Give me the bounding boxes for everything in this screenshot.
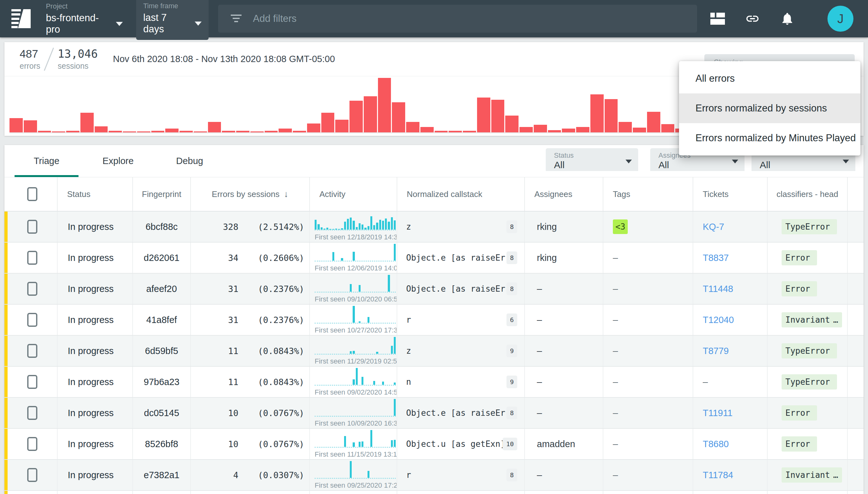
error-percent: (0.0767%) xyxy=(250,439,304,449)
tag-chip: – xyxy=(613,439,618,449)
assignees-cell: – xyxy=(525,398,603,428)
header-tickets[interactable]: Tickets xyxy=(693,177,768,211)
header-assignees[interactable]: Assignees xyxy=(525,177,603,211)
table-row[interactable]: In progress dc05145 10 (0.0767%) First s… xyxy=(4,398,864,429)
assignees-cell: rking xyxy=(525,211,603,242)
classifier-chip: Error xyxy=(782,436,817,452)
tickets-cell: T8837 xyxy=(693,243,768,273)
topbar-actions: J xyxy=(710,6,868,32)
row-checkbox[interactable] xyxy=(27,437,37,451)
row-checkbox[interactable] xyxy=(27,313,37,327)
dashboard-layout-icon[interactable] xyxy=(710,12,725,26)
table-row[interactable]: In progress 6bcf88c 328 (2.5142%) First … xyxy=(4,211,864,243)
app-logo-icon[interactable] xyxy=(12,8,31,29)
errors-by-sessions-cell: 31 (0.2376%) xyxy=(191,305,310,335)
tickets-cell: T11448 xyxy=(693,273,768,304)
showing-menu-item[interactable]: All errors xyxy=(679,64,861,93)
header-select-all[interactable] xyxy=(7,177,58,211)
fingerprint-cell[interactable]: dc05145 xyxy=(133,398,191,428)
chart-bar xyxy=(463,131,476,132)
fingerprint-cell[interactable]: e7382a1 xyxy=(133,460,191,490)
assignees-cell: – xyxy=(525,367,603,397)
chart-bar xyxy=(52,131,65,132)
tags-cell: – xyxy=(603,460,693,490)
row-checkbox[interactable] xyxy=(27,468,37,482)
activity-sparkline xyxy=(315,274,396,292)
fingerprint-cell[interactable]: 6d59bf5 xyxy=(133,336,191,366)
link-icon[interactable] xyxy=(745,12,760,26)
header-normalized-callstack[interactable]: Normalized callstack xyxy=(397,177,525,211)
status-filter-select[interactable]: Status All xyxy=(546,148,638,171)
ticket-link[interactable]: T12040 xyxy=(703,315,734,325)
tickets-cell: T12040 xyxy=(693,305,768,335)
fingerprint-cell[interactable]: 97b6a23 xyxy=(133,367,191,397)
assignees-cell: – xyxy=(525,460,603,490)
ticket-link[interactable]: – xyxy=(703,377,708,387)
header-classifiers[interactable]: classifiers - head xyxy=(768,177,848,211)
header-tags[interactable]: Tags xyxy=(603,177,693,211)
ticket-link[interactable]: T11448 xyxy=(703,284,733,294)
fingerprint-cell[interactable]: 6bcf88c xyxy=(133,211,191,242)
table-row[interactable]: In progress 41a8fef 31 (0.2376%) First s… xyxy=(4,305,864,336)
ticket-link[interactable]: T11911 xyxy=(703,408,732,418)
first-seen-label: First seen 11/29/2019 02:51 xyxy=(315,357,397,365)
table-row[interactable] xyxy=(4,491,864,494)
select-all-checkbox[interactable] xyxy=(27,187,37,201)
frames-badge: 9 xyxy=(507,344,517,357)
header-status[interactable]: Status xyxy=(58,177,133,211)
table-row[interactable]: In progress e7382a1 4 (0.0307%) First se… xyxy=(4,460,864,491)
classifiers-cell: Invariant … xyxy=(768,460,848,490)
tab-triage[interactable]: Triage xyxy=(11,145,82,177)
activity-sparkline xyxy=(315,460,396,479)
callstack-text: r xyxy=(406,470,411,480)
errors-by-sessions-cell: 34 (0.2606%) xyxy=(191,243,310,273)
fingerprint-cell[interactable]: afeef20 xyxy=(133,273,191,304)
error-count: 4 xyxy=(233,470,238,480)
add-filters-input[interactable]: Add filters xyxy=(218,5,697,33)
ticket-link[interactable]: T11784 xyxy=(703,470,733,480)
chart-bar xyxy=(165,129,179,132)
showing-menu-item[interactable]: Errors normalized by sessions xyxy=(679,93,861,123)
activity-sparkline xyxy=(315,243,396,262)
header-fingerprint[interactable]: Fingerprint xyxy=(133,177,191,211)
tags-cell: – xyxy=(603,336,693,366)
row-checkbox[interactable] xyxy=(27,406,37,420)
table-row[interactable]: In progress afeef20 31 (0.2376%) First s… xyxy=(4,273,864,305)
error-percent: (0.0307%) xyxy=(250,470,304,480)
fingerprint-cell[interactable] xyxy=(133,491,191,494)
classifier-chip: TypeError xyxy=(782,374,837,390)
row-checkbox[interactable] xyxy=(27,375,37,389)
timeframe-selector[interactable]: Time frame last 7 days xyxy=(136,0,209,40)
activity-cell: First seen 11/15/2019 13:18 xyxy=(310,429,397,459)
fingerprint-cell[interactable]: 41a8fef xyxy=(133,305,191,335)
showing-menu-item[interactable]: Errors normalized by Minutes Played xyxy=(679,123,861,153)
header-errors-by-sessions[interactable]: Errors by sessions ↓ xyxy=(191,177,310,211)
bell-icon[interactable] xyxy=(780,12,794,26)
ticket-link[interactable]: KQ-7 xyxy=(703,222,724,232)
tickets-cell xyxy=(693,491,768,494)
error-percent: (0.2376%) xyxy=(250,315,304,325)
tab-debug[interactable]: Debug xyxy=(154,145,225,177)
chart-bar xyxy=(194,131,207,132)
ticket-link[interactable]: T8680 xyxy=(703,439,729,449)
table-row[interactable]: In progress 8526bf8 10 (0.0767%) First s… xyxy=(4,429,864,460)
table-row[interactable]: In progress 6d59bf5 11 (0.0843%) First s… xyxy=(4,336,864,367)
fingerprint-cell[interactable]: d262061 xyxy=(133,243,191,273)
row-checkbox[interactable] xyxy=(27,344,37,358)
project-selector[interactable]: Project bs-frontend-pro xyxy=(46,2,123,35)
chart-bar xyxy=(137,131,150,132)
table-row[interactable]: In progress 97b6a23 11 (0.0843%) First s… xyxy=(4,367,864,398)
ticket-link[interactable]: T8837 xyxy=(703,253,729,263)
table-row[interactable]: In progress d262061 34 (0.2606%) First s… xyxy=(4,243,864,273)
header-activity[interactable]: Activity xyxy=(310,177,397,211)
status-cell xyxy=(58,491,133,494)
row-checkbox[interactable] xyxy=(27,282,37,296)
first-seen-label: First seen 10/27/2020 17:34 xyxy=(315,326,397,335)
fingerprint-cell[interactable]: 8526bf8 xyxy=(133,429,191,459)
ticket-link[interactable]: T8779 xyxy=(703,346,729,356)
user-avatar[interactable]: J xyxy=(827,6,853,32)
row-checkbox[interactable] xyxy=(27,220,37,234)
chevron-down-icon xyxy=(626,159,632,164)
tab-explore[interactable]: Explore xyxy=(82,145,154,177)
row-checkbox[interactable] xyxy=(27,251,37,265)
